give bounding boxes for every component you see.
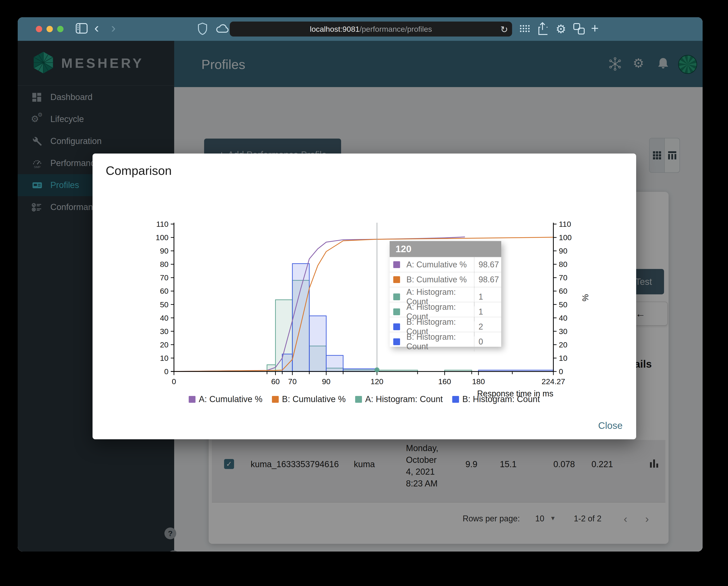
comparison-modal: Comparison 00101020203030404050506060707…: [93, 154, 636, 439]
svg-text:90: 90: [559, 246, 567, 255]
svg-text:120: 120: [370, 377, 384, 386]
hover-dot: [374, 367, 380, 372]
svg-text:50: 50: [559, 300, 567, 309]
svg-text:160: 160: [438, 377, 451, 386]
svg-text:100: 100: [156, 233, 168, 242]
svg-text:110: 110: [559, 220, 571, 229]
tooltip-row: A: Histogram: Count1: [390, 302, 501, 317]
tooltip-series-value: 98.67: [474, 272, 501, 287]
series-swatch-icon: [393, 338, 400, 345]
svg-text:20: 20: [160, 340, 168, 349]
svg-text:30: 30: [160, 327, 168, 336]
right-axis-label: %: [580, 294, 590, 301]
tooltip-series-label: B: Histogram: Count: [407, 332, 474, 351]
tooltip-series-label: B: Cumulative %: [407, 275, 474, 284]
modal-title: Comparison: [106, 163, 172, 178]
svg-text:224.27: 224.27: [542, 377, 565, 386]
minimize-window-button[interactable]: [47, 26, 53, 32]
url-host: localhost:9081: [310, 25, 360, 33]
new-tab-plus-icon[interactable]: +: [591, 20, 599, 35]
svg-text:180: 180: [472, 377, 485, 386]
shield-icon[interactable]: [198, 23, 207, 35]
tab-overview-icon[interactable]: [573, 23, 585, 34]
legend-item: A: Cumulative %: [189, 394, 262, 404]
svg-text:70: 70: [559, 273, 567, 282]
sidebar-toggle-icon[interactable]: [76, 23, 87, 33]
tooltip-row: B: Histogram: Count2: [390, 317, 501, 332]
tooltip-row: B: Cumulative %98.67: [390, 272, 501, 287]
svg-text:0: 0: [559, 367, 563, 376]
legend-item: B: Histogram: Count: [452, 394, 540, 404]
url-path: /performance/profiles: [360, 25, 432, 33]
zoom-window-button[interactable]: [57, 26, 63, 32]
legend-item: B: Cumulative %: [272, 394, 346, 404]
extensions-grid-icon[interactable]: [519, 24, 530, 33]
svg-text:60: 60: [160, 287, 168, 295]
legend-item: A: Histogram: Count: [355, 394, 443, 404]
tooltip-row: A: Cumulative %98.67: [390, 257, 501, 272]
svg-text:0: 0: [164, 367, 168, 376]
legend-swatch-icon: [452, 396, 459, 403]
close-button[interactable]: Close: [598, 420, 623, 431]
legend-swatch-icon: [272, 396, 279, 403]
svg-text:70: 70: [288, 377, 297, 386]
series-swatch-icon: [393, 293, 400, 300]
svg-text:80: 80: [160, 260, 168, 268]
svg-text:40: 40: [559, 314, 567, 322]
tooltip-series-label: A: Cumulative %: [407, 260, 474, 269]
chart-tooltip: 120 A: Cumulative %98.67B: Cumulative %9…: [390, 241, 501, 347]
series-swatch-icon: [393, 323, 400, 330]
svg-text:80: 80: [559, 260, 567, 268]
back-icon[interactable]: ‹: [94, 20, 99, 35]
browser-window: ‹ › localhost:9081/performance/profiles …: [18, 17, 703, 552]
chart-svg: 0010102020303040405050606070708080909010…: [150, 215, 594, 408]
browser-toolbar: ‹ › localhost:9081/performance/profiles …: [18, 17, 703, 41]
svg-text:60: 60: [271, 377, 280, 386]
tooltip-row: A: Histogram: Count1: [390, 287, 501, 302]
svg-text:90: 90: [322, 377, 331, 386]
comparison-chart[interactable]: 0010102020303040405050606070708080909010…: [150, 215, 594, 408]
close-window-button[interactable]: [36, 26, 42, 32]
tooltip-title: 120: [390, 241, 501, 257]
settings-gear-icon[interactable]: ⚙: [556, 22, 566, 36]
svg-text:90: 90: [160, 246, 168, 255]
legend-swatch-icon: [189, 396, 196, 403]
series-swatch-icon: [393, 309, 400, 315]
svg-text:40: 40: [160, 314, 168, 322]
cloud-icon[interactable]: [215, 23, 230, 34]
svg-text:110: 110: [156, 220, 168, 229]
svg-text:20: 20: [559, 340, 567, 349]
series-swatch-icon: [393, 261, 400, 268]
tooltip-series-value: 98.67: [474, 258, 501, 272]
svg-text:70: 70: [160, 273, 168, 282]
legend-label: A: Cumulative %: [199, 394, 262, 404]
svg-text:30: 30: [559, 327, 567, 336]
svg-text:10: 10: [160, 354, 168, 363]
svg-text:10: 10: [559, 354, 567, 363]
tooltip-row: B: Histogram: Count0: [390, 332, 501, 347]
legend-label: A: Histogram: Count: [365, 394, 443, 404]
series-swatch-icon: [393, 276, 400, 283]
legend-swatch-icon: [355, 396, 362, 403]
legend-label: B: Histogram: Count: [462, 394, 540, 404]
forward-icon[interactable]: ›: [111, 20, 116, 35]
svg-text:60: 60: [559, 287, 567, 295]
address-bar[interactable]: localhost:9081/performance/profiles ↻: [230, 22, 512, 36]
legend-label: B: Cumulative %: [282, 394, 346, 404]
svg-text:50: 50: [160, 300, 168, 309]
svg-text:100: 100: [559, 233, 572, 242]
share-icon[interactable]: [538, 22, 547, 35]
reload-icon[interactable]: ↻: [500, 24, 508, 35]
tooltip-series-value: 0: [474, 332, 501, 351]
svg-text:0: 0: [172, 377, 176, 386]
chart-legend: A: Cumulative %B: Cumulative %A: Histogr…: [93, 394, 636, 404]
